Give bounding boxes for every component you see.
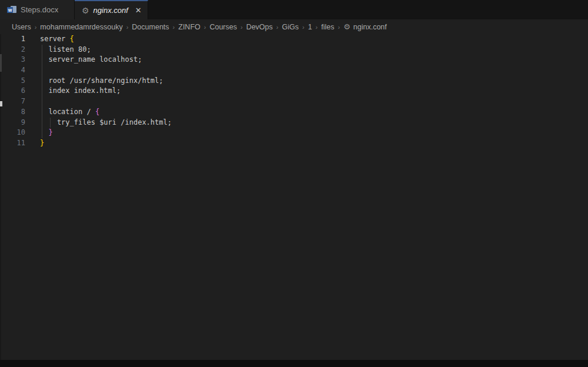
line-number: 10 <box>0 128 25 138</box>
code-line[interactable]: 5 root /usr/share/nginx/html; <box>0 76 588 86</box>
breadcrumb-item[interactable]: GiGs <box>282 23 298 31</box>
breadcrumb-items: Users›mohammedamrdessouky›Documents›ZINF… <box>12 23 343 31</box>
code-line[interactable]: 8 location / { <box>0 107 588 118</box>
close-icon[interactable]: ✕ <box>134 6 143 15</box>
breadcrumb-item[interactable]: Documents <box>132 23 169 31</box>
indent-guide <box>42 45 42 138</box>
line-number: 6 <box>0 86 25 96</box>
code-text: root /usr/share/nginx/html; <box>40 76 163 86</box>
line-number: 9 <box>0 118 25 128</box>
line-number: 2 <box>0 45 25 55</box>
breadcrumb: Users›mohammedamrdessouky›Documents›ZINF… <box>0 19 588 34</box>
left-edge-artifact <box>0 54 2 72</box>
editor-tab-bar: W Steps.docx ⚙ nginx.conf ✕ <box>0 0 588 19</box>
chevron-right-icon: › <box>204 24 206 31</box>
code-text: try_files $uri /index.html; <box>40 118 172 128</box>
chevron-right-icon: › <box>173 24 175 31</box>
word-file-icon: W <box>7 5 16 14</box>
chevron-right-icon: › <box>126 24 129 31</box>
chevron-right-icon: › <box>35 24 37 31</box>
code-editor[interactable]: 1server {2 listen 80;3 server_name local… <box>0 34 588 149</box>
code-text: } <box>40 138 44 149</box>
left-edge-artifact <box>0 101 2 106</box>
code-line[interactable]: 10 } <box>0 128 588 138</box>
breadcrumb-item[interactable]: Courses <box>209 23 237 31</box>
code-line[interactable]: 4 <box>0 65 588 76</box>
bottom-strip <box>0 360 588 367</box>
code-line[interactable]: 7 <box>0 96 588 107</box>
tab-label: Steps.docx <box>21 5 58 14</box>
code-text: listen 80; <box>40 45 91 55</box>
breadcrumb-file[interactable]: ⚙ nginx.conf <box>343 23 387 31</box>
code-line[interactable]: 11} <box>0 138 588 149</box>
line-number: 11 <box>0 138 25 149</box>
code-line[interactable]: 9 try_files $uri /index.html; <box>0 118 588 128</box>
tab-label: nginx.conf <box>93 6 128 15</box>
breadcrumb-file-label: nginx.conf <box>353 23 387 31</box>
line-number: 4 <box>0 65 25 76</box>
line-number: 5 <box>0 76 25 86</box>
code-text: index index.html; <box>40 86 121 96</box>
window-left-edge <box>0 34 1 360</box>
code-text: server { <box>40 34 74 45</box>
breadcrumb-item[interactable]: mohammedamrdessouky <box>40 23 122 31</box>
code-line[interactable]: 3 server_name localhost; <box>0 55 588 65</box>
tab-steps-docx[interactable]: W Steps.docx <box>0 0 75 19</box>
chevron-right-icon: › <box>316 24 318 31</box>
vscode-window: W Steps.docx ⚙ nginx.conf ✕ Users›mohamm… <box>0 0 588 367</box>
breadcrumb-item[interactable]: ZINFO <box>178 23 201 31</box>
gear-icon: ⚙ <box>82 6 89 15</box>
breadcrumb-item[interactable]: files <box>321 23 334 31</box>
code-text: location / { <box>40 107 99 118</box>
indent-guide <box>50 118 51 128</box>
breadcrumb-item[interactable]: Users <box>12 23 31 31</box>
gear-icon: ⚙ <box>343 23 350 31</box>
breadcrumb-item[interactable]: 1 <box>308 23 312 31</box>
line-number: 1 <box>0 34 25 45</box>
tab-nginx-conf[interactable]: ⚙ nginx.conf ✕ <box>75 0 148 19</box>
chevron-right-icon: › <box>338 24 340 31</box>
line-number: 7 <box>0 96 25 107</box>
chevron-right-icon: › <box>302 24 305 31</box>
code-line[interactable]: 2 listen 80; <box>0 45 588 55</box>
code-text: server_name localhost; <box>40 55 142 65</box>
code-line[interactable]: 1server { <box>0 34 588 45</box>
breadcrumb-item[interactable]: DevOps <box>246 23 273 31</box>
code-line[interactable]: 6 index index.html; <box>0 86 588 96</box>
chevron-right-icon: › <box>240 24 243 31</box>
line-number: 3 <box>0 55 25 65</box>
chevron-right-icon: › <box>276 24 279 31</box>
line-number: 8 <box>0 107 25 118</box>
